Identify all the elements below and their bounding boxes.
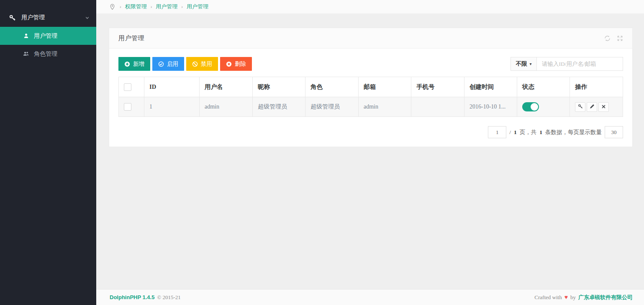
sidebar-item-label: 角色管理	[34, 50, 57, 58]
check-circle-icon	[158, 61, 164, 67]
table-header-row: ID 用户名 昵称 角色 邮箱 手机号 创建时间 状态 操作	[119, 77, 623, 97]
row-auth-button[interactable]	[575, 102, 585, 112]
caret-down-icon: ▾	[529, 62, 531, 66]
plus-circle-icon	[124, 61, 130, 67]
cell-created: 2016-10-10 1...	[464, 97, 517, 117]
cell-email: admin	[359, 97, 411, 117]
heart-icon: ♥	[564, 294, 568, 301]
column-header-nickname: 昵称	[253, 77, 305, 97]
current-page-input[interactable]	[488, 126, 506, 138]
breadcrumb-link-permissions[interactable]: 权限管理	[125, 3, 147, 10]
column-header-email: 邮箱	[359, 77, 411, 97]
select-all-cell	[119, 77, 144, 97]
main-area: › 权限管理 › 用户管理 › 用户管理 用户管理	[96, 0, 644, 305]
column-header-created: 创建时间	[464, 77, 517, 97]
expand-icon[interactable]	[617, 35, 623, 41]
column-header-status: 状态	[517, 77, 570, 97]
users-icon	[23, 51, 29, 57]
panel-title: 用户管理	[118, 34, 144, 42]
row-delete-button[interactable]	[598, 102, 609, 112]
filter-selected-value: 不限	[516, 60, 527, 68]
copyright-text: © 2015-21	[157, 294, 180, 301]
footer: DolphinPHP 1.4.5 © 2015-21 Crafted with …	[96, 289, 644, 305]
crafted-prefix: Crafted with	[534, 294, 562, 301]
column-header-operations: 操作	[570, 77, 623, 97]
disable-button-label: 禁用	[201, 60, 212, 68]
pages-label: 页，共	[520, 129, 537, 136]
breadcrumb-separator: ›	[181, 4, 183, 9]
cell-role: 超级管理员	[305, 97, 359, 117]
chevron-down-icon	[85, 16, 90, 20]
footer-right: Crafted with ♥ by 广东卓锐软件有限公司	[534, 294, 633, 301]
pencil-icon	[590, 104, 595, 110]
sidebar-item-user-management[interactable]: 用户管理	[0, 27, 96, 45]
table-row: 1 admin 超级管理员 超级管理员 admin 2016-10-10 1..…	[119, 97, 623, 117]
breadcrumb-link-user-management[interactable]: 用户管理	[156, 3, 177, 10]
sidebar-menu-user-management[interactable]: 用户管理	[0, 8, 96, 27]
column-header-id: ID	[144, 77, 200, 97]
user-icon	[23, 33, 29, 39]
cell-status	[517, 97, 570, 117]
select-all-checkbox[interactable]	[124, 83, 131, 91]
cell-id: 1	[144, 97, 200, 117]
cell-operations	[570, 97, 623, 117]
filter-dropdown[interactable]: 不限 ▾	[511, 57, 537, 70]
app-window: 用户管理 用户管理 角色管理 › 权限管理 › 用户	[0, 0, 644, 305]
status-toggle[interactable]	[522, 102, 539, 111]
delete-button[interactable]: 删除	[220, 57, 252, 71]
users-table: ID 用户名 昵称 角色 邮箱 手机号 创建时间 状态 操作	[118, 77, 623, 117]
column-header-role: 角色	[305, 77, 359, 97]
company-link[interactable]: 广东卓锐软件有限公司	[578, 294, 633, 301]
enable-button-label: 启用	[167, 60, 178, 68]
delete-button-label: 删除	[235, 60, 246, 68]
add-button[interactable]: 新增	[118, 57, 150, 71]
sidebar-item-label: 用户管理	[34, 32, 57, 40]
pagination-separator: /	[509, 129, 511, 136]
panel-body: 新增 启用	[109, 49, 632, 147]
panel-header: 用户管理	[109, 28, 632, 49]
x-icon	[601, 104, 606, 110]
sidebar-menu-label: 用户管理	[21, 14, 85, 21]
key-icon	[578, 104, 583, 110]
search-input[interactable]	[537, 57, 623, 70]
brand-link[interactable]: DolphinPHP 1.4.5	[110, 294, 154, 300]
add-button-label: 新增	[133, 60, 144, 68]
sidebar-item-role-management[interactable]: 角色管理	[0, 45, 96, 63]
sidebar: 用户管理 用户管理 角色管理	[0, 0, 96, 305]
crafted-by: by	[570, 294, 576, 301]
row-edit-button[interactable]	[587, 102, 597, 112]
breadcrumb-separator: ›	[120, 4, 121, 9]
page-size-input[interactable]	[605, 126, 623, 138]
user-management-panel: 用户管理	[109, 28, 633, 147]
total-pages: 1	[514, 129, 517, 136]
ban-icon	[192, 61, 198, 67]
cell-nickname: 超级管理员	[253, 97, 305, 117]
row-checkbox[interactable]	[124, 103, 131, 111]
cell-phone	[411, 97, 464, 117]
content-area: 用户管理	[96, 14, 644, 289]
cell-username: admin	[200, 97, 253, 117]
key-icon	[9, 15, 15, 21]
toolbar: 新增 启用	[118, 57, 623, 71]
toolbar-buttons: 新增 启用	[118, 57, 252, 71]
row-select-cell	[119, 97, 144, 117]
footer-left: DolphinPHP 1.4.5 © 2015-21	[110, 294, 181, 301]
pagination: / 1 页，共 1 条数据，每页显示数量	[118, 126, 623, 138]
records-label: 条数据，每页显示数量	[545, 129, 602, 136]
column-header-phone: 手机号	[411, 77, 464, 97]
column-header-username: 用户名	[200, 77, 253, 97]
total-records: 1	[539, 129, 542, 136]
breadcrumb-link-current[interactable]: 用户管理	[187, 3, 208, 10]
breadcrumb-separator: ›	[151, 4, 152, 9]
breadcrumb: › 权限管理 › 用户管理 › 用户管理	[96, 0, 644, 14]
panel-tools	[604, 35, 623, 41]
times-circle-icon	[226, 61, 232, 67]
refresh-icon[interactable]	[604, 35, 611, 41]
search-group: 不限 ▾	[511, 57, 623, 71]
disable-button[interactable]: 禁用	[186, 57, 218, 71]
enable-button[interactable]: 启用	[152, 57, 184, 71]
row-operations	[575, 102, 618, 112]
map-marker-icon	[110, 4, 115, 10]
